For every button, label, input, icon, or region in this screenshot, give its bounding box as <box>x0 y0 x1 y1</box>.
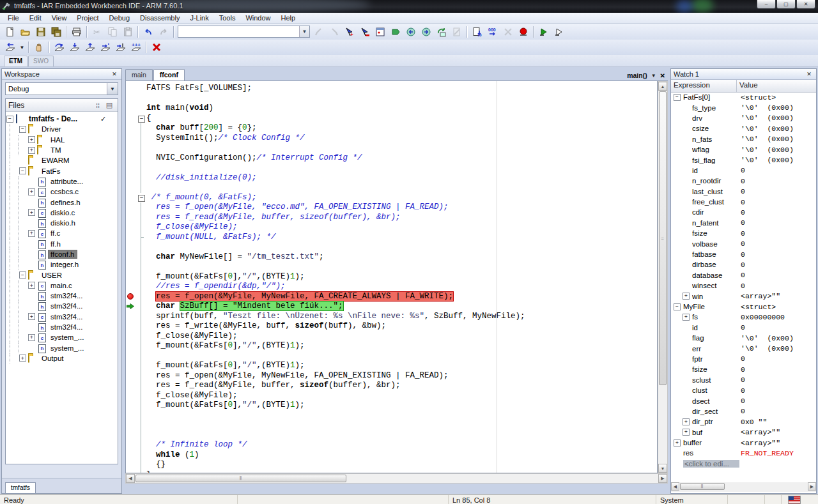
watch-row-wflag[interactable]: +wflag'\0' (0x00) <box>671 144 816 155</box>
watch-row-fatfs-0[interactable]: −FatFs[0]<struct> <box>671 92 816 102</box>
watch-horizontal-scrollbar[interactable]: ◀ ⦀ ▶ <box>671 482 816 492</box>
watch-row-fsize[interactable]: +fsize0 <box>671 364 816 374</box>
expand-icon[interactable]: + <box>674 439 681 447</box>
watch-row-dsect[interactable]: +dsect0 <box>671 395 816 406</box>
watch-row-fatbase[interactable]: +fatbase0 <box>671 249 816 259</box>
watch-row-winsect[interactable]: +winsect0 <box>671 280 816 291</box>
watch-row-n-rootdir[interactable]: +n_rootdir0 <box>671 176 816 186</box>
menu-tools[interactable]: Tools <box>214 13 241 22</box>
expand-icon[interactable]: + <box>19 355 26 362</box>
menu-project[interactable]: Project <box>72 13 104 22</box>
run-to-cursor-button[interactable] <box>113 40 128 54</box>
watch-row-clust[interactable]: +clust0 <box>671 385 816 395</box>
expand-icon[interactable]: + <box>683 293 690 300</box>
scroll-down-icon[interactable]: ▼ <box>658 464 667 473</box>
watch-row-res[interactable]: +resFR_NOT_READY <box>671 448 816 458</box>
chevron-down-icon[interactable]: ▼ <box>107 83 118 95</box>
watch-row-err[interactable]: +err'\0' (0x00) <box>671 343 816 353</box>
watch-row-dirbase[interactable]: +dirbase0 <box>671 259 816 270</box>
watch-row-id[interactable]: +id0 <box>671 165 816 176</box>
collapse-icon[interactable]: − <box>674 303 681 310</box>
editor-horizontal-scrollbar[interactable]: ◀ ⦀ ▶ <box>125 473 668 484</box>
tree-item-ccsbcs-c[interactable]: +cccsbcs.c <box>6 187 118 197</box>
editor-tab-ffconf[interactable]: ffconf <box>153 69 185 80</box>
attach-to-running-button[interactable] <box>516 25 531 39</box>
tree-item-stm32f4[interactable]: +cstm32f4... <box>6 312 118 322</box>
watch-row-myfile[interactable]: −MyFile<struct> <box>671 302 816 312</box>
expand-icon[interactable]: + <box>28 188 35 195</box>
step-into-button[interactable] <box>67 40 82 54</box>
tree-item-stm32f4[interactable]: +hstm32f4... <box>6 291 118 301</box>
file-order-icon[interactable]: ▤ <box>104 101 115 109</box>
watch-row-volbase[interactable]: +volbase0 <box>671 238 816 248</box>
scroll-left-icon[interactable]: ◀ <box>126 474 135 483</box>
scroll-left-icon[interactable]: ◀ <box>671 482 679 491</box>
collapse-icon[interactable]: − <box>19 126 26 133</box>
breakpoints-window-button[interactable] <box>373 25 388 39</box>
reset-button[interactable] <box>3 40 18 54</box>
new-file-button[interactable] <box>3 25 18 39</box>
workspace-close-icon[interactable]: ✕ <box>110 70 119 79</box>
navigate-back-button[interactable] <box>403 25 419 39</box>
watch-row-flag[interactable]: +flag'\0' (0x00) <box>671 333 816 343</box>
next-statement-button[interactable] <box>98 40 113 54</box>
go-button[interactable]: +++ <box>128 40 144 54</box>
workspace-tab-tmfatfs[interactable]: tmfatfs <box>5 482 36 493</box>
tree-item-fatfs[interactable]: −FatFs <box>6 165 118 176</box>
collapse-icon[interactable]: − <box>19 167 26 174</box>
menu-debug[interactable]: Debug <box>104 13 135 22</box>
maximize-button[interactable]: ▢ <box>776 0 796 9</box>
collapse-icon[interactable]: − <box>674 94 681 101</box>
print-button[interactable] <box>69 25 84 39</box>
sort-icon[interactable]: ⁞⁞ <box>92 102 104 109</box>
minimize-button[interactable]: – <box>757 0 776 9</box>
scroll-right-icon[interactable]: ▶ <box>658 474 667 483</box>
open-file-button[interactable] <box>18 25 33 39</box>
menu-view[interactable]: View <box>47 13 72 22</box>
watch-row-win[interactable]: +win<array>"" <box>671 291 816 301</box>
expression-column-header[interactable]: Expression <box>671 80 737 92</box>
stop-debugging-button[interactable] <box>149 40 164 54</box>
tree-item-attribute[interactable]: +hattribute... <box>6 176 118 187</box>
watch-row-drv[interactable]: +drv'\0' (0x00) <box>671 113 816 123</box>
watch-row-sclust[interactable]: +sclust0 <box>671 375 816 385</box>
menu-file[interactable]: File <box>3 13 24 22</box>
tree-item-ewarm[interactable]: +EWARM <box>6 155 118 165</box>
watch-row-n-fats[interactable]: +n_fats'\0' (0x00) <box>671 134 816 144</box>
menu-j-link[interactable]: J-Link <box>185 13 213 22</box>
watch-row-buffer[interactable]: +buffer<array>"" <box>671 438 816 448</box>
watch-row-cdir[interactable]: +cdir0 <box>671 207 816 217</box>
trace-tab-swo[interactable]: SWO <box>28 56 54 66</box>
tree-item-user[interactable]: −USER <box>6 270 118 280</box>
watch-row-dir-ptr[interactable]: +dir_ptr0x0 "" <box>671 416 816 427</box>
watch-row-n-fatent[interactable]: +n_fatent0 <box>671 218 816 228</box>
fold-gutter[interactable]: − <box>136 114 146 124</box>
tree-item-system[interactable]: +csystem_... <box>6 332 118 342</box>
tree-item-diskio-h[interactable]: +hdiskio.h <box>6 218 118 228</box>
bookmark-flag-button[interactable] <box>388 25 403 39</box>
trace-tab-etm[interactable]: ETM <box>4 56 27 66</box>
tree-item-integer-h[interactable]: +hinteger.h <box>6 259 118 270</box>
watch-row-fptr[interactable]: +fptr0 <box>671 354 816 364</box>
refresh-button[interactable] <box>434 25 449 39</box>
editor-close-icon[interactable]: ✕ <box>660 72 665 79</box>
collapse-icon[interactable]: − <box>19 271 26 279</box>
expand-icon[interactable]: + <box>28 313 35 320</box>
configuration-dropdown[interactable]: Debug ▼ <box>5 82 118 95</box>
watch-row-buf[interactable]: +buf<array>"" <box>671 427 816 438</box>
undo-button[interactable] <box>141 25 156 39</box>
menu-disassembly[interactable]: Disassembly <box>135 13 185 22</box>
watch-row-last-clust[interactable]: +last_clust0 <box>671 187 816 197</box>
expand-icon[interactable]: + <box>28 209 35 216</box>
scroll-thumb[interactable]: = <box>659 91 667 385</box>
watch-row-fs[interactable]: +fs0x00000000 <box>671 312 816 322</box>
menu-help[interactable]: Help <box>276 13 301 22</box>
chevron-down-icon[interactable]: ▼ <box>299 26 309 37</box>
watch-row-dir-sect[interactable]: +dir_sect0 <box>671 406 816 416</box>
editor-vertical-scrollbar[interactable]: ▲ = ▼ <box>658 81 668 473</box>
editor-tab-main[interactable]: main <box>125 69 153 80</box>
expand-icon[interactable]: + <box>28 230 35 237</box>
step-out-button[interactable] <box>82 40 98 54</box>
watch-row-id[interactable]: +id0 <box>671 323 816 333</box>
download-and-debug-button[interactable]: 10 <box>470 25 485 39</box>
